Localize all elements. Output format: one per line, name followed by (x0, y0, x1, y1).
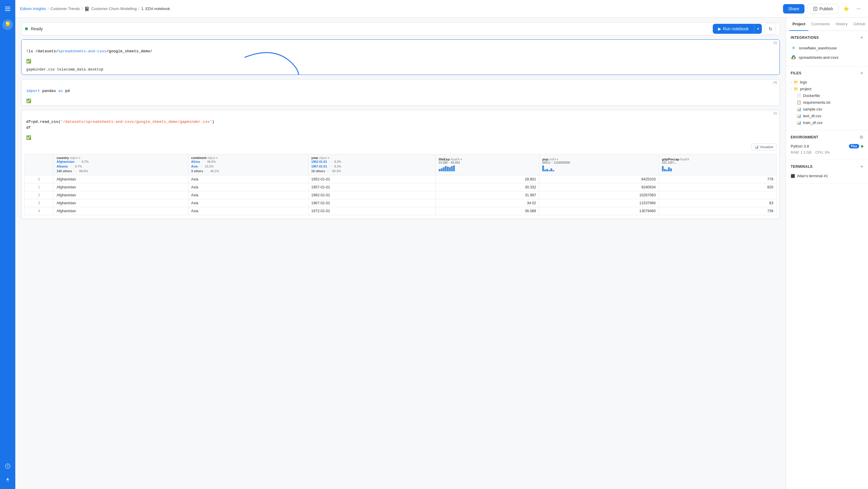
cell-1-code[interactable]: !ls /datasets/spreadsheets-and-csvs/goog… (22, 45, 779, 58)
row-3-year: 1967-01-01 (308, 199, 435, 207)
terminal-1-label: Allan's terminal #1 (797, 174, 828, 178)
environment-section: ENVIRONMENT ⚙ Python 3.8 Plus RAM: 1.3 G… (786, 130, 868, 160)
tab-github[interactable]: GitHub (850, 18, 868, 31)
row-2-country: Afghanistan (54, 191, 188, 199)
run-notebook-button[interactable]: ▶ Run notebook (713, 24, 754, 34)
file-project[interactable]: › 📁 project (790, 86, 863, 92)
folder-project-icon: 📁 (794, 87, 798, 91)
lifeexp-chart (439, 165, 536, 172)
publish-label: Publish (819, 6, 833, 11)
tab-comments[interactable]: Comments (808, 18, 833, 31)
more-icon[interactable]: ··· (854, 4, 863, 13)
python-version-row: Python 3.8 Plus (790, 143, 863, 150)
terminal-1[interactable]: ⬛ Allan's terminal #1 (790, 172, 863, 180)
visualize-label: Visualize (760, 145, 773, 149)
cell-1-number: [2] (774, 41, 777, 44)
visualize-button[interactable]: 📊 Visualize (751, 143, 777, 151)
file-dockerfile[interactable]: 📄 Dockerfile (790, 92, 863, 99)
rocket-icon[interactable] (3, 476, 12, 485)
snowflake-label: snowflake_warehouse (799, 46, 837, 50)
right-panel-tabs: Project Comments History GitHub (786, 18, 868, 31)
status-dot (25, 27, 28, 30)
project-label: project (800, 87, 811, 91)
row-1-continent: Asia (188, 183, 308, 191)
env-ram-cpu: RAM: 1.3 GB CPU: 0% (790, 150, 863, 156)
svg-rect-6 (814, 7, 817, 10)
content-layout: Ready ▶ Run notebook ▾ ↻ [2] !ls /datase… (15, 18, 868, 489)
requirements-icon: 📋 (797, 100, 801, 105)
row-4-idx: 4 (25, 207, 54, 215)
gear-icon[interactable]: ⚙ (860, 135, 863, 140)
drive-label: spreadsheets-and-csvs (799, 55, 838, 60)
star-icon[interactable]: ⭐ (841, 4, 851, 13)
python-version-text: Python 3.8 (790, 144, 809, 149)
country-col-header: country object ▾ Afghanistan ····· 0.7% … (54, 154, 188, 175)
cell-1-output-text: gapminder.csv telecomm_data.desktop (26, 68, 103, 72)
snowflake-icon: ❄ (790, 45, 797, 51)
cell-1-status: ✅ (22, 58, 779, 66)
file-logs[interactable]: › 📁 logs (790, 79, 863, 86)
cell-3-number: [5] (774, 111, 777, 115)
share-button[interactable]: Share (783, 4, 805, 13)
status-bar: Ready ▶ Run notebook ▾ ↻ (21, 22, 780, 35)
integrations-header: INTEGRATIONS + (790, 35, 863, 40)
integrations-title: INTEGRATIONS (790, 36, 819, 40)
notebook-area: Ready ▶ Run notebook ▾ ↻ [2] !ls /datase… (15, 18, 786, 489)
pd-text: pd (65, 89, 70, 93)
cell-3: [5] df=pd.read_csv('/datasets/spreadshee… (21, 110, 780, 219)
tab-project[interactable]: Project (789, 18, 808, 31)
row-2-gdp (659, 191, 776, 199)
file-requirements[interactable]: 📋 requirements.txt (790, 99, 863, 106)
help-icon[interactable]: ? (3, 461, 12, 471)
row-0-country: Afghanistan (54, 175, 188, 183)
row-3-gdp: 83 (659, 199, 776, 207)
cell-1: [2] !ls /datasets/spreadsheets-and-csvs/… (21, 39, 780, 75)
svg-text:?: ? (7, 464, 9, 468)
row-4-lifeexp: 36.088 (435, 207, 539, 215)
df-output-container: 📊 Visualize country object ▾ (22, 142, 779, 219)
row-4-continent: Asia (188, 207, 308, 215)
file-train-df[interactable]: 📊 train_df.csv (790, 119, 863, 126)
gdp-chart (662, 165, 773, 172)
row-3-country: Afghanistan (54, 199, 188, 207)
gdp-col-header: gdpPercap float64 241.1657... (659, 154, 776, 175)
files-title: FILES (790, 71, 802, 75)
cell-2-header: [4] (22, 79, 779, 85)
integration-snowflake[interactable]: ❄ snowflake_warehouse (790, 43, 863, 53)
integrations-section: INTEGRATIONS + ❄ snowflake_warehouse (786, 31, 868, 66)
integration-drive[interactable]: spreadsheets-and-csvs (790, 53, 863, 62)
publish-button[interactable]: Publish (807, 4, 839, 14)
drive-icon (790, 54, 797, 60)
cell-2-status: ✅ (22, 97, 779, 105)
refresh-button[interactable]: ↻ (765, 23, 776, 34)
breadcrumb-trends[interactable]: Customer Trends (51, 6, 80, 11)
breadcrumb-project[interactable]: Customer Churn Modelling (91, 6, 137, 11)
cell-2-code[interactable]: import pandas as pd (22, 85, 779, 97)
files-add-btn[interactable]: + (860, 70, 863, 76)
terminals-add-btn[interactable]: + (860, 164, 863, 169)
file-sample-csv[interactable]: 📊 sample.csv (790, 106, 863, 112)
sep-2: / (82, 6, 83, 11)
file-test-df[interactable]: 📊 test_df.csv (790, 112, 863, 119)
row-0-continent: Asia (188, 175, 308, 183)
breadcrumb-home[interactable]: Edison Insights (20, 6, 46, 11)
run-dropdown-button[interactable]: ▾ (754, 24, 762, 34)
integrations-add-btn[interactable]: + (860, 35, 863, 40)
cell-3-code[interactable]: df=pd.read_csv('/datasets/spreadsheets-a… (22, 116, 779, 134)
row-0-gdp: 779 (659, 175, 776, 183)
tab-history[interactable]: History (833, 18, 850, 31)
df-table-container: country object ▾ Afghanistan ····· 0.7% … (24, 154, 777, 215)
row-1-gdp: 820 (659, 183, 776, 191)
svg-rect-2 (5, 10, 10, 11)
files-section: FILES + › 📁 logs › 📁 project 📄 Dockerfil… (786, 66, 868, 130)
df-read-text: df=pd.read_csv( (26, 120, 61, 124)
left-sidebar: 💡 ? (0, 0, 15, 489)
logs-label: logs (800, 80, 807, 84)
cell-2-check: ✅ (26, 98, 31, 103)
files-header: FILES + (790, 70, 863, 76)
row-4-gdp: 739 (659, 207, 776, 215)
menu-icon[interactable] (3, 4, 12, 13)
row-1-lifeexp: 30.332 (435, 183, 539, 191)
row-3-lifeexp: 34.02 (435, 199, 539, 207)
notebook-emoji: 📓 (84, 6, 89, 11)
